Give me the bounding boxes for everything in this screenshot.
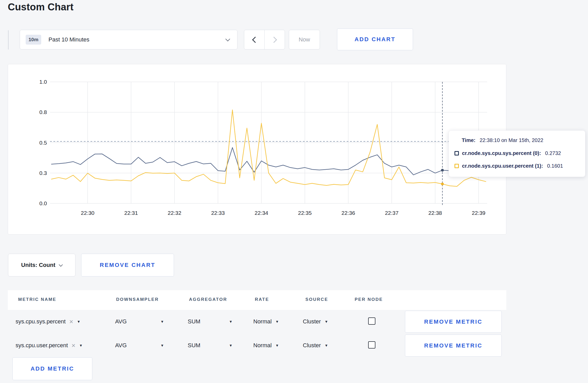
add-chart-label: ADD CHART — [355, 36, 396, 43]
cpu-chart-svg[interactable]: 1.00.80.50.30.022:3022:3122:3222:3322:34… — [8, 64, 507, 235]
remove-metric-button[interactable]: REMOVE METRIC — [405, 335, 502, 357]
source-select[interactable]: Cluster ▼ — [303, 342, 328, 349]
time-range-dropdown[interactable]: 10m Past 10 Minutes — [20, 30, 237, 49]
svg-text:1.0: 1.0 — [39, 79, 47, 85]
now-button[interactable]: Now — [289, 30, 320, 49]
table-row: sys.cpu.sys.percent × ▼ AVG ▼ SUM ▼ Norm… — [0, 311, 588, 334]
downsampler-select[interactable]: AVG ▼ — [115, 318, 164, 325]
chart-tooltip: Time: 22:38:10 on Mar 15th, 2022 cr.node… — [449, 130, 585, 177]
metric-name-select[interactable]: sys.cpu.user.percent × ▼ — [16, 342, 83, 349]
caret-down-icon: ▼ — [275, 343, 279, 347]
remove-chart-label: REMOVE CHART — [100, 262, 155, 268]
chevron-right-icon — [271, 37, 277, 43]
caret-down-icon: ▼ — [325, 320, 328, 324]
aggregator-select[interactable]: SUM ▼ — [188, 342, 233, 349]
downsampler-select[interactable]: AVG ▼ — [115, 342, 164, 349]
source-select[interactable]: Cluster ▼ — [303, 318, 328, 325]
chevron-down-icon — [59, 263, 63, 267]
svg-text:0.8: 0.8 — [39, 109, 47, 115]
col-downsampler: DOWNSAMPLER — [116, 297, 159, 302]
svg-text:22:39: 22:39 — [472, 210, 486, 216]
time-range-badge: 10m — [26, 35, 41, 45]
rate-value: Normal — [253, 318, 272, 325]
downsampler-value: AVG — [115, 342, 127, 349]
aggregator-select[interactable]: SUM ▼ — [188, 318, 233, 325]
add-metric-label: ADD METRIC — [31, 365, 74, 372]
svg-text:22:35: 22:35 — [298, 210, 312, 216]
chevron-down-icon — [225, 37, 230, 41]
caret-down-icon: ▼ — [160, 343, 164, 347]
source-value: Cluster — [303, 342, 321, 349]
col-source: SOURCE — [305, 297, 328, 302]
col-per-node: PER NODE — [355, 297, 383, 302]
rate-select[interactable]: Normal ▼ — [253, 342, 279, 349]
chart-card: 1.00.80.50.30.022:3022:3122:3222:3322:34… — [8, 64, 506, 235]
rate-value: Normal — [253, 342, 272, 349]
remove-chart-button[interactable]: REMOVE CHART — [81, 254, 174, 276]
caret-down-icon: ▼ — [229, 343, 233, 347]
time-range-label: Past 10 Minutes — [48, 36, 89, 43]
svg-text:22:32: 22:32 — [168, 210, 181, 216]
aggregator-value: SUM — [188, 342, 200, 349]
units-label: Units: Count — [21, 262, 55, 268]
series-user-swatch-icon — [454, 164, 459, 168]
table-row: sys.cpu.user.percent × ▼ AVG ▼ SUM ▼ Nor… — [0, 335, 588, 357]
time-forward-button[interactable] — [264, 30, 285, 49]
caret-down-icon: ▼ — [229, 320, 233, 324]
caret-down-icon: ▼ — [160, 320, 164, 324]
tooltip-time-label: Time: — [462, 137, 475, 143]
units-dropdown[interactable]: Units: Count — [8, 254, 75, 276]
svg-text:22:36: 22:36 — [341, 210, 355, 216]
svg-text:22:38: 22:38 — [428, 210, 442, 216]
svg-text:0.0: 0.0 — [39, 200, 47, 206]
add-metric-button[interactable]: ADD METRIC — [12, 357, 92, 380]
add-chart-button[interactable]: ADD CHART — [337, 29, 413, 50]
clear-metric-icon[interactable]: × — [69, 318, 73, 325]
now-button-label: Now — [299, 36, 310, 43]
svg-text:22:34: 22:34 — [255, 210, 268, 216]
downsampler-value: AVG — [115, 318, 127, 325]
col-aggregator: AGGREGATOR — [189, 297, 227, 302]
tooltip-series-sys-name: cr.node.sys.cpu.sys.percent (0): — [462, 150, 541, 156]
chevron-left-icon — [252, 37, 258, 43]
col-metric-name: METRIC NAME — [18, 297, 56, 302]
page-title: Custom Chart — [8, 2, 74, 13]
toolbar-left-divider — [8, 30, 9, 49]
aggregator-value: SUM — [188, 318, 200, 325]
svg-text:0.5: 0.5 — [39, 140, 47, 146]
svg-text:22:37: 22:37 — [385, 210, 399, 216]
metric-name-label: sys.cpu.sys.percent — [16, 318, 66, 325]
caret-down-icon: ▼ — [79, 343, 83, 347]
series-sys-swatch-icon — [454, 151, 459, 155]
metric-name-label: sys.cpu.user.percent — [16, 342, 68, 349]
svg-text:22:33: 22:33 — [211, 210, 225, 216]
tooltip-time-value: 22:38:10 on Mar 15th, 2022 — [480, 137, 543, 143]
caret-down-icon: ▼ — [77, 320, 80, 324]
col-rate: RATE — [255, 297, 269, 302]
time-step-buttons — [244, 30, 285, 49]
metric-name-select[interactable]: sys.cpu.sys.percent × ▼ — [16, 318, 80, 325]
remove-metric-button[interactable]: REMOVE METRIC — [405, 311, 502, 333]
svg-text:22:30: 22:30 — [81, 210, 95, 216]
caret-down-icon: ▼ — [325, 343, 328, 347]
svg-text:0.3: 0.3 — [39, 170, 47, 176]
per-node-checkbox[interactable] — [368, 317, 375, 325]
caret-down-icon: ▼ — [275, 320, 279, 324]
tooltip-series-user-name: cr.node.sys.cpu.user.percent (1): — [462, 163, 543, 169]
source-value: Cluster — [303, 318, 321, 325]
tooltip-series-sys-value: 0.2732 — [545, 150, 561, 156]
per-node-checkbox[interactable] — [368, 341, 375, 349]
rate-select[interactable]: Normal ▼ — [253, 318, 279, 325]
time-back-button[interactable] — [244, 30, 264, 49]
remove-metric-label: REMOVE METRIC — [424, 342, 482, 349]
tooltip-series-user-value: 0.1601 — [547, 163, 563, 169]
remove-metric-label: REMOVE METRIC — [424, 318, 482, 325]
clear-metric-icon[interactable]: × — [72, 342, 75, 349]
svg-text:22:31: 22:31 — [124, 210, 138, 216]
